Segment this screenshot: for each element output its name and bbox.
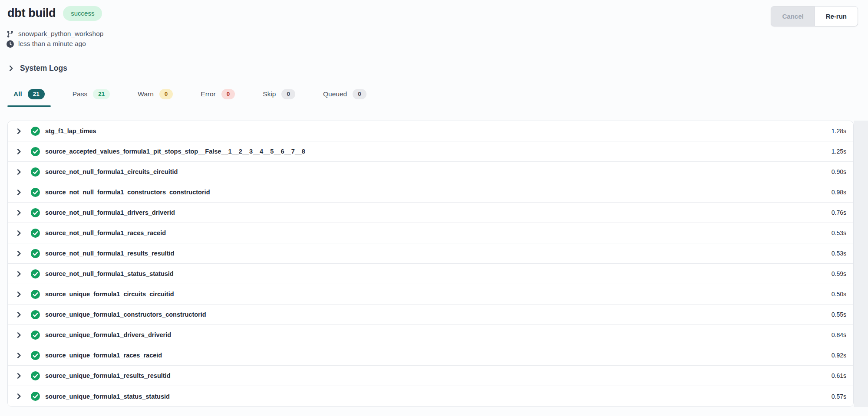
tab-count-badge: 0 <box>353 89 366 99</box>
success-check-icon <box>31 127 40 136</box>
result-row[interactable]: source_not_null_formula1_status_statusid… <box>8 264 853 284</box>
result-duration: 0.76s <box>832 209 846 216</box>
result-row[interactable]: source_unique_formula1_circuits_circuiti… <box>8 284 853 305</box>
tab-skip[interactable]: Skip 0 <box>257 89 301 106</box>
run-meta: snowpark_python_workshop less than a min… <box>0 26 868 48</box>
git-branch-icon <box>7 30 14 38</box>
system-logs-toggle[interactable]: System Logs <box>8 64 67 73</box>
tab-count-badge: 0 <box>281 89 295 99</box>
result-row[interactable]: source_not_null_formula1_races_raceid 0.… <box>8 223 853 243</box>
tab-all[interactable]: All 21 <box>7 89 51 106</box>
result-name: source_accepted_values_formula1_pit_stop… <box>45 148 305 155</box>
cancel-button[interactable]: Cancel <box>771 6 814 26</box>
result-duration: 0.84s <box>832 331 846 338</box>
result-duration: 0.98s <box>832 189 846 196</box>
result-name: source_not_null_formula1_results_resulti… <box>45 250 174 257</box>
tab-count-badge: 0 <box>159 89 173 99</box>
run-header: dbt build success Cancel Re-run <box>0 0 868 26</box>
expand-chevron-icon[interactable] <box>16 210 22 216</box>
tab-count-badge: 0 <box>221 89 235 99</box>
expand-chevron-icon[interactable] <box>16 169 22 175</box>
branch-row: snowpark_python_workshop <box>7 30 868 38</box>
result-name: stg_f1_lap_times <box>45 128 96 134</box>
result-duration: 0.53s <box>832 250 846 257</box>
success-check-icon <box>31 208 40 217</box>
result-name: source_unique_formula1_races_raceid <box>45 352 162 359</box>
tab-label: Skip <box>263 90 276 98</box>
expand-chevron-icon[interactable] <box>16 250 22 257</box>
tab-count-badge: 21 <box>28 89 45 99</box>
result-duration: 0.53s <box>832 229 846 236</box>
page-title: dbt build <box>7 7 56 20</box>
tab-label: Warn <box>138 90 153 98</box>
expand-chevron-icon[interactable] <box>16 332 22 338</box>
system-logs-label: System Logs <box>20 64 67 73</box>
result-name: source_not_null_formula1_circuits_circui… <box>45 168 178 175</box>
expand-chevron-icon[interactable] <box>16 311 22 318</box>
result-duration: 1.25s <box>832 148 846 155</box>
expand-chevron-icon[interactable] <box>16 352 22 359</box>
result-name: source_unique_formula1_constructors_cons… <box>45 311 206 318</box>
expand-chevron-icon[interactable] <box>16 148 22 155</box>
result-name: source_unique_formula1_status_statusid <box>45 393 170 400</box>
results-tabs: All 21 Pass 21 Warn 0 Error 0 Skip 0 Que… <box>7 89 853 106</box>
tab-warn[interactable]: Warn 0 <box>132 89 179 106</box>
expand-chevron-icon[interactable] <box>16 393 22 400</box>
success-check-icon <box>31 392 40 401</box>
expand-chevron-icon[interactable] <box>16 373 22 379</box>
result-row[interactable]: source_not_null_formula1_drivers_driveri… <box>8 203 853 223</box>
result-row[interactable]: source_accepted_values_formula1_pit_stop… <box>8 141 853 162</box>
result-duration: 0.92s <box>832 352 846 359</box>
result-row[interactable]: source_unique_formula1_results_resultid … <box>8 366 853 386</box>
result-duration: 0.50s <box>832 291 846 298</box>
result-row[interactable]: source_not_null_formula1_results_resulti… <box>8 243 853 264</box>
expand-chevron-icon[interactable] <box>16 128 22 134</box>
rerun-button[interactable]: Re-run <box>815 6 858 26</box>
results-list: stg_f1_lap_times 1.28s source_accepted_v… <box>7 121 854 407</box>
result-row[interactable]: source_unique_formula1_constructors_cons… <box>8 305 853 325</box>
result-name: source_not_null_formula1_drivers_driveri… <box>45 209 175 216</box>
result-duration: 1.28s <box>832 128 846 134</box>
success-check-icon <box>31 290 40 299</box>
result-row[interactable]: source_unique_formula1_status_statusid 0… <box>8 386 853 406</box>
success-check-icon <box>31 229 40 238</box>
success-check-icon <box>31 371 40 380</box>
result-row[interactable]: stg_f1_lap_times 1.28s <box>8 121 853 141</box>
tab-label: Error <box>201 90 215 98</box>
result-name: source_not_null_formula1_races_raceid <box>45 229 166 236</box>
result-duration: 0.61s <box>832 372 846 379</box>
branch-name: snowpark_python_workshop <box>18 30 103 38</box>
success-check-icon <box>31 249 40 258</box>
result-row[interactable]: source_not_null_formula1_constructors_co… <box>8 182 853 203</box>
time-row: less than a minute ago <box>7 40 868 48</box>
tab-label: Queued <box>323 90 347 98</box>
tab-count-badge: 21 <box>93 89 110 99</box>
results-section: stg_f1_lap_times 1.28s source_accepted_v… <box>0 121 868 407</box>
result-row[interactable]: source_unique_formula1_races_raceid 0.92… <box>8 345 853 366</box>
success-check-icon <box>31 269 40 278</box>
tab-queued[interactable]: Queued 0 <box>317 89 373 106</box>
result-row[interactable]: source_unique_formula1_drivers_driverid … <box>8 325 853 345</box>
tab-label: Pass <box>73 90 87 98</box>
expand-chevron-icon[interactable] <box>16 271 22 277</box>
tab-error[interactable]: Error 0 <box>195 89 241 106</box>
success-check-icon <box>31 331 40 340</box>
expand-chevron-icon[interactable] <box>16 291 22 298</box>
result-duration: 0.57s <box>832 393 846 400</box>
expand-chevron-icon[interactable] <box>16 189 22 196</box>
status-badge: success <box>63 6 102 21</box>
result-name: source_unique_formula1_circuits_circuiti… <box>45 291 174 298</box>
result-name: source_unique_formula1_drivers_driverid <box>45 331 171 338</box>
result-name: source_not_null_formula1_status_statusid <box>45 270 174 277</box>
result-row[interactable]: source_not_null_formula1_circuits_circui… <box>8 162 853 182</box>
expand-chevron-icon[interactable] <box>16 230 22 236</box>
result-name: source_not_null_formula1_constructors_co… <box>45 189 210 196</box>
success-check-icon <box>31 351 40 360</box>
chevron-right-icon <box>8 65 14 72</box>
tab-pass[interactable]: Pass 21 <box>66 89 116 106</box>
clock-icon <box>7 40 14 48</box>
result-duration: 0.55s <box>832 311 846 318</box>
result-duration: 0.90s <box>832 168 846 175</box>
run-actions: Cancel Re-run <box>771 6 858 26</box>
success-check-icon <box>31 147 40 156</box>
